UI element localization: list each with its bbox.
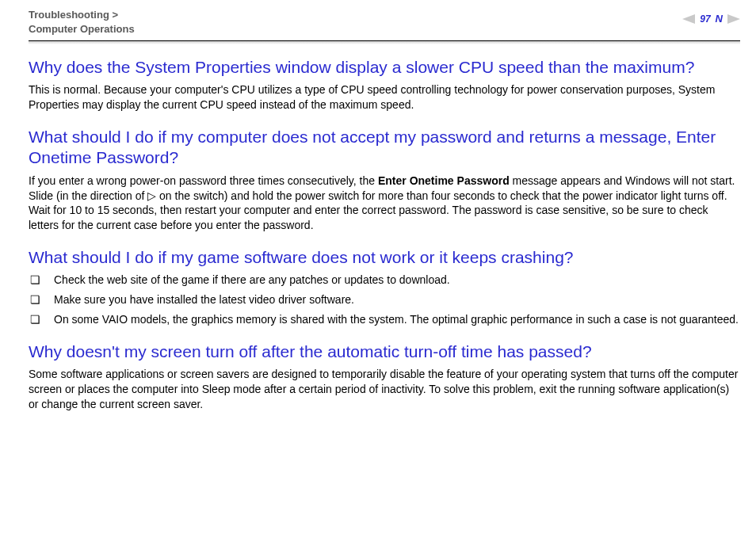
prev-page-icon[interactable]	[682, 14, 695, 24]
answer-2-pre: If you enter a wrong power-on password t…	[29, 174, 378, 187]
page-number: 97	[700, 13, 710, 25]
page: Troubleshooting > Computer Operations 97…	[0, 0, 756, 534]
list-item: Check the web site of the game if there …	[51, 273, 740, 288]
answer-paragraph-1: This is normal. Because your computer's …	[29, 82, 740, 113]
list-item: Make sure you have installed the latest …	[51, 292, 740, 307]
breadcrumb-line-2: Computer Operations	[29, 23, 135, 35]
question-heading-2: What should I do if my computer does not…	[29, 127, 740, 169]
page-nav: 97 N	[682, 13, 740, 25]
answer-bullet-list: Check the web site of the game if there …	[29, 273, 740, 327]
answer-paragraph-4: Some software applications or screen sav…	[29, 367, 740, 412]
breadcrumb-line-1: Troubleshooting >	[29, 9, 118, 21]
header-divider-shadow	[29, 41, 740, 44]
svg-marker-0	[682, 14, 695, 24]
n-letter[interactable]: N	[716, 13, 723, 25]
page-header: Troubleshooting > Computer Operations 97…	[29, 8, 740, 41]
question-heading-4: Why doesn't my screen turn off after the…	[29, 341, 740, 362]
answer-2-bold: Enter Onetime Password	[378, 174, 510, 187]
svg-marker-1	[727, 14, 740, 24]
question-heading-1: Why does the System Properties window di…	[29, 57, 740, 78]
answer-paragraph-2: If you enter a wrong power-on password t…	[29, 174, 740, 234]
question-heading-3: What should I do if my game software doe…	[29, 247, 740, 268]
next-page-icon[interactable]	[727, 14, 740, 24]
list-item: On some VAIO models, the graphics memory…	[51, 312, 740, 327]
breadcrumb: Troubleshooting > Computer Operations	[29, 8, 135, 36]
